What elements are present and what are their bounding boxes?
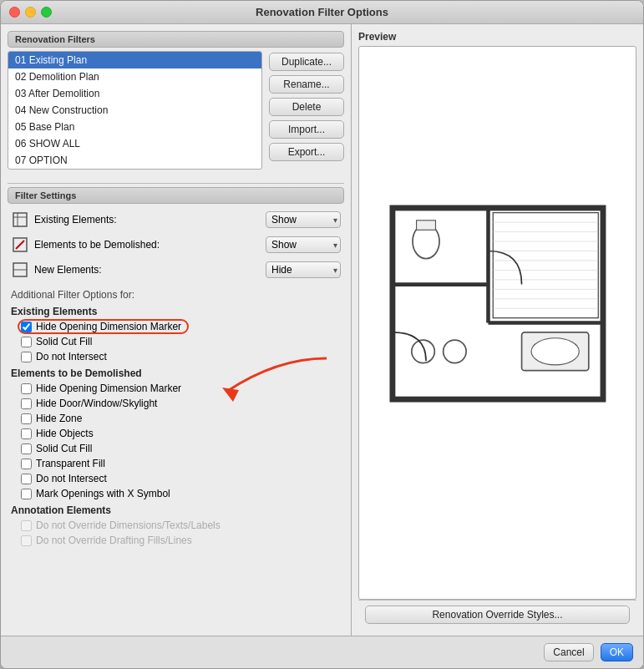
checkbox-label-1-6: Do not Intersect xyxy=(36,473,107,484)
filter-item-03[interactable]: 03 After Demolition xyxy=(8,85,261,102)
filters-section-header: Renovation Filters xyxy=(8,31,344,48)
settings-icon-0 xyxy=(11,210,29,229)
filter-item-05[interactable]: 05 Base Plan xyxy=(8,119,261,135)
checkbox-item-1-6: Do not Intersect xyxy=(8,471,344,486)
dialog: Renovation Filter Options Renovation Fil… xyxy=(0,0,644,669)
checkbox-label-1-0: Hide Opening Dimension Marker xyxy=(36,383,181,394)
filter-settings: Existing Elements:ShowHideElements to be… xyxy=(8,207,344,282)
delete-button[interactable]: Delete xyxy=(269,98,344,116)
svg-point-27 xyxy=(443,340,465,362)
bottom-right: Cancel OK xyxy=(544,643,633,661)
checkbox-label-1-2: Hide Zone xyxy=(36,413,82,424)
svg-point-23 xyxy=(531,338,579,365)
checkbox-1-6[interactable] xyxy=(21,474,32,484)
checkbox-label-1-4: Solid Cut Fill xyxy=(36,443,92,454)
filters-with-buttons: 01 Existing Plan02 Demolition Plan03 Aft… xyxy=(8,51,344,175)
checkbox-item-2-1: Do not Override Drafting Fills/Lines xyxy=(8,533,344,548)
side-buttons: Duplicate...Rename...DeleteImport...Expo… xyxy=(269,51,344,175)
filter-item-07[interactable]: 07 OPTION xyxy=(8,152,261,169)
duplicate-button[interactable]: Duplicate... xyxy=(269,53,344,71)
floorplan-svg xyxy=(373,74,622,571)
settings-icon-2 xyxy=(11,261,29,279)
filter-item-01[interactable]: 01 Existing Plan xyxy=(8,52,261,68)
settings-label-0: Existing Elements: xyxy=(34,214,261,226)
checkbox-label-2-0: Do not Override Dimensions/Texts/Labels xyxy=(36,519,221,531)
checkbox-item-2-0: Do not Override Dimensions/Texts/Labels xyxy=(8,518,344,533)
checkbox-label-0-1: Solid Cut Fill xyxy=(36,336,92,347)
dialog-title: Renovation Filter Options xyxy=(256,6,388,18)
checkbox-0-0[interactable] xyxy=(21,322,32,332)
category-label-1: Elements to be Demolished xyxy=(8,364,344,381)
checkbox-1-0[interactable] xyxy=(21,383,32,394)
checkbox-item-1-2: Hide Zone xyxy=(8,411,344,426)
export-button[interactable]: Export... xyxy=(269,143,344,161)
title-bar-buttons xyxy=(9,7,52,18)
settings-row-2: New Elements:ShowHide xyxy=(8,257,344,282)
new-elements-select[interactable]: ShowHide xyxy=(266,261,341,278)
checkbox-item-1-3: Hide Objects xyxy=(8,426,344,441)
checkbox-item-1-7: Mark Openings with X Symbol xyxy=(8,486,344,501)
cancel-button[interactable]: Cancel xyxy=(544,643,593,661)
preview-section: Preview xyxy=(358,31,636,600)
settings-label-2: New Elements: xyxy=(34,264,261,276)
checkbox-label-1-7: Mark Openings with X Symbol xyxy=(36,488,170,499)
close-button[interactable] xyxy=(9,7,20,18)
filter-item-02[interactable]: 02 Demolition Plan xyxy=(8,68,261,85)
filter-list-container: 01 Existing Plan02 Demolition Plan03 Aft… xyxy=(8,51,262,175)
checkbox-1-2[interactable] xyxy=(21,413,32,424)
minimize-button[interactable] xyxy=(25,7,36,18)
checkbox-label-1-3: Hide Objects xyxy=(36,428,94,439)
checkbox-1-1[interactable] xyxy=(21,398,32,409)
checkbox-label-0-0: Hide Opening Dimension Marker xyxy=(36,321,181,332)
checkbox-label-1-1: Hide Door/Window/Skylight xyxy=(36,398,157,409)
checkbox-item-0-2: Do not Intersect xyxy=(8,349,344,364)
title-bar: Renovation Filter Options xyxy=(1,1,643,24)
settings-row-0: Existing Elements:ShowHide xyxy=(8,207,344,232)
category-label-0: Existing Elements xyxy=(8,302,344,319)
svg-rect-0 xyxy=(13,213,27,226)
checkbox-item-1-5: Transparent Fill xyxy=(8,456,344,471)
override-btn-container: Renovation Override Styles... xyxy=(358,600,636,629)
checkbox-item-1-1: Hide Door/Window/Skylight xyxy=(8,396,344,411)
checkbox-1-4[interactable] xyxy=(21,443,32,454)
checkbox-label-0-2: Do not Intersect xyxy=(36,351,107,362)
checkbox-item-0-0: Hide Opening Dimension Marker xyxy=(8,319,344,334)
right-panel: Preview xyxy=(352,24,643,636)
checkbox-label-2-1: Do not Override Drafting Fills/Lines xyxy=(36,535,192,546)
svg-rect-25 xyxy=(416,220,435,230)
maximize-button[interactable] xyxy=(41,7,52,18)
right-inner: Preview xyxy=(358,31,636,629)
checkbox-1-7[interactable] xyxy=(21,489,32,499)
checkbox-1-3[interactable] xyxy=(21,428,32,439)
ok-button[interactable]: OK xyxy=(601,643,633,661)
checkbox-1-5[interactable] xyxy=(21,459,32,469)
existing-elements-select[interactable]: ShowHide xyxy=(266,211,341,228)
filter-item-04[interactable]: 04 New Construction xyxy=(8,102,261,119)
filter-item-06[interactable]: 06 SHOW ALL xyxy=(8,135,261,152)
rename-button[interactable]: Rename... xyxy=(269,75,344,94)
bottom-bar: Cancel OK xyxy=(1,636,643,668)
additional-label: Additional Filter Options for: xyxy=(8,287,344,302)
checkbox-0-2[interactable] xyxy=(21,352,32,362)
left-panel: Renovation Filters 01 Existing Plan02 De… xyxy=(1,24,352,636)
svg-line-4 xyxy=(16,241,24,249)
checkbox-item-0-1: Solid Cut Fill xyxy=(8,334,344,349)
settings-icon-1 xyxy=(11,236,29,254)
demolished-elements-select[interactable]: ShowHide xyxy=(266,236,341,253)
categories-container: Existing ElementsHide Opening Dimension … xyxy=(8,302,344,548)
checkbox-item-1-4: Solid Cut Fill xyxy=(8,441,344,456)
preview-label: Preview xyxy=(358,31,636,43)
filter-settings-header: Filter Settings xyxy=(8,187,344,204)
checkbox-label-1-5: Transparent Fill xyxy=(36,458,105,469)
import-button[interactable]: Import... xyxy=(269,120,344,139)
svg-point-26 xyxy=(411,340,434,362)
settings-row-1: Elements to be Demolished:ShowHide xyxy=(8,232,344,257)
dialog-body: Renovation Filters 01 Existing Plan02 De… xyxy=(1,24,643,636)
checkbox-2-1[interactable] xyxy=(21,535,32,546)
separator-1 xyxy=(8,183,344,184)
settings-label-1: Elements to be Demolished: xyxy=(34,239,261,251)
preview-area xyxy=(358,46,636,600)
checkbox-2-0[interactable] xyxy=(21,520,32,531)
checkbox-0-1[interactable] xyxy=(21,337,32,347)
override-styles-button[interactable]: Renovation Override Styles... xyxy=(365,606,630,624)
